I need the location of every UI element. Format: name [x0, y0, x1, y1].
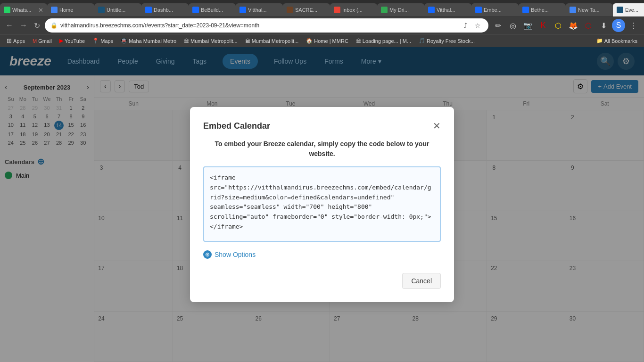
royalty-icon: 🎵: [419, 38, 425, 44]
show-options-icon: ⊕: [203, 250, 212, 259]
tab-newta[interactable]: New Ta...: [566, 3, 613, 16]
download-icon[interactable]: ⬇: [597, 19, 610, 32]
tab-bebuild[interactable]: BeBuild...: [189, 3, 236, 16]
tab-sacre[interactable]: SACRE...: [283, 3, 330, 16]
bookmark-youtube[interactable]: ▶ YouTube: [57, 37, 88, 45]
url-text: vitthalmandirus.breezechms.com/r/events?…: [60, 22, 457, 29]
forward-button[interactable]: →: [18, 20, 29, 31]
bookmark-label-gmail: Gmail: [38, 38, 52, 44]
kaspersky-icon[interactable]: K: [537, 19, 550, 32]
tab-untitled[interactable]: Untitle...: [94, 3, 141, 16]
tab-icon-dashboard: [145, 7, 152, 13]
tab-label-embed: Embe...: [484, 7, 515, 13]
tab-icon-newta: [570, 7, 576, 13]
bookmark-gmail[interactable]: M Gmail: [30, 37, 55, 45]
tab-label-bebuild: BeBuild...: [201, 7, 232, 13]
bookmark-maha[interactable]: 🚇 Maha Mumbai Metro: [118, 37, 179, 45]
tab-icon-vitthal2: [428, 7, 435, 13]
tab-icon-sacre: [287, 7, 293, 13]
tab-bethere[interactable]: Bethe...: [519, 3, 566, 16]
bookmark-royalty[interactable]: 🎵 Royalty Free Stock...: [416, 37, 478, 45]
tab-drive[interactable]: My Dri...: [377, 3, 424, 16]
tab-icon-vitthal: [239, 7, 246, 13]
bookmark-label-maps: Maps: [100, 38, 113, 44]
embed-code-textarea[interactable]: <iframe src="https://vitthalmandirus.bre…: [203, 166, 441, 242]
reload-button[interactable]: ↻: [32, 20, 42, 31]
tab-label-untitled: Untitle...: [107, 7, 138, 13]
browser-toolbar: ✏ ◎ 📷 K ⬡ 🦊 ⬡ ⬇ S ⋮: [491, 19, 640, 32]
tab-vitthal2[interactable]: Vitthal...: [424, 3, 471, 16]
modal-overlay: Embed Calendar ✕ To embed your Breeze ca…: [0, 47, 644, 362]
tab-label-sacre: SACRE...: [295, 7, 326, 13]
bookmark-maps[interactable]: 📍 Maps: [90, 37, 116, 45]
address-bar: ← → ↻ 🔒 vitthalmandirus.breezechms.com/r…: [0, 17, 644, 34]
loading-icon: 🏛: [356, 38, 361, 44]
show-options-label: Show Options: [215, 251, 256, 258]
share-icon[interactable]: ⤴: [460, 20, 471, 31]
bookmark-star-icon[interactable]: ☆: [472, 20, 483, 31]
tab-label-events: Eve...: [625, 7, 644, 13]
bookmark-mumbai2[interactable]: 🏛 Mumbai Metropolit...: [242, 37, 302, 45]
extension-icon[interactable]: ✏: [491, 19, 504, 32]
bookmark-label-youtube: YouTube: [65, 38, 85, 44]
show-options-button[interactable]: ⊕ Show Options: [203, 250, 441, 259]
bookmark-label-all: All Bookmarks: [604, 38, 637, 44]
bookmark-label-mmrc: Home | MMRC: [314, 38, 348, 44]
cancel-button[interactable]: Cancel: [402, 273, 441, 289]
bookmark-label-mumbai2: Mumbai Metropolit...: [252, 38, 299, 44]
bookmark-mmrc[interactable]: 🏠 Home | MMRC: [303, 37, 351, 45]
lastpass-icon[interactable]: ⬡: [582, 19, 595, 32]
bookmark-label-mumbai1: Mumbai Metropolit...: [190, 38, 238, 44]
modal-footer: Cancel: [203, 273, 441, 289]
norton-icon[interactable]: ⬡: [552, 19, 565, 32]
tab-icon-home: [51, 7, 58, 13]
url-box[interactable]: 🔒 vitthalmandirus.breezechms.com/r/event…: [45, 18, 488, 33]
bookmark-all[interactable]: 📁 All Bookmarks: [594, 37, 640, 45]
mumbai2-icon: 🏛: [245, 38, 250, 44]
profile-icon[interactable]: S: [612, 19, 625, 32]
tab-label-bethere: Bethe...: [531, 7, 562, 13]
screenshot-icon[interactable]: 📷: [521, 19, 535, 32]
mmrc-icon: 🏠: [306, 38, 313, 44]
modal-header: Embed Calendar ✕: [203, 120, 441, 132]
tab-icon-drive: [381, 7, 388, 13]
embed-calendar-modal: Embed Calendar ✕ To embed your Breeze ca…: [190, 107, 454, 302]
tab-label-drive: My Dri...: [389, 7, 421, 13]
tab-close-whatsapp[interactable]: ✕: [38, 7, 43, 14]
bookmark-label-royalty: Royalty Free Stock...: [427, 38, 475, 44]
tab-home[interactable]: Home: [47, 3, 94, 16]
maha-icon: 🚇: [121, 38, 127, 44]
tab-icon-events: [617, 7, 623, 13]
bookmark-label-maha: Maha Mumbai Metro: [129, 38, 176, 44]
tab-bar: Whats... ✕ Home Untitle... Dashb... BeBu…: [0, 0, 644, 17]
bookmark-apps[interactable]: ⊞ Apps: [4, 36, 28, 45]
modal-title: Embed Calendar: [203, 121, 270, 131]
tab-icon-inbox: [334, 7, 340, 13]
tab-vitthal[interactable]: Vitthal...: [236, 3, 283, 16]
tab-embed[interactable]: Embe...: [471, 3, 519, 16]
tab-inbox[interactable]: Inbox (...: [330, 3, 377, 16]
tab-events[interactable]: Eve... ✕: [613, 3, 644, 16]
chrome-icon[interactable]: ◎: [506, 19, 520, 32]
tab-whatsapp[interactable]: Whats... ✕: [0, 3, 47, 16]
tab-label-newta: New Ta...: [578, 7, 609, 13]
tab-icon-bebuild: [192, 7, 199, 13]
metamask-icon[interactable]: 🦊: [567, 19, 580, 32]
modal-close-button[interactable]: ✕: [433, 120, 441, 132]
tab-icon-bethere: [522, 7, 529, 13]
lock-icon: 🔒: [50, 22, 58, 29]
back-button[interactable]: ←: [4, 20, 15, 31]
menu-icon[interactable]: ⋮: [627, 19, 640, 32]
tab-icon-embed: [475, 7, 482, 13]
address-bar-icons: ⤴ ☆: [460, 20, 483, 31]
bookmark-loading[interactable]: 🏛 Loading page... | M...: [353, 37, 414, 45]
tab-dashboard[interactable]: Dashb...: [141, 3, 189, 16]
bookmark-mumbai1[interactable]: 🏛 Mumbai Metropolit...: [181, 37, 240, 45]
tab-label-inbox: Inbox (...: [342, 7, 373, 13]
app-container: breeze Dashboard People Giving Tags Even…: [0, 47, 644, 362]
tab-label-whatsapp: Whats...: [12, 7, 36, 13]
tab-icon-whatsapp: [4, 7, 10, 13]
mumbai1-icon: 🏛: [184, 38, 189, 44]
tab-label-dashboard: Dashb...: [154, 7, 185, 13]
tab-icon-untitled: [98, 7, 105, 13]
